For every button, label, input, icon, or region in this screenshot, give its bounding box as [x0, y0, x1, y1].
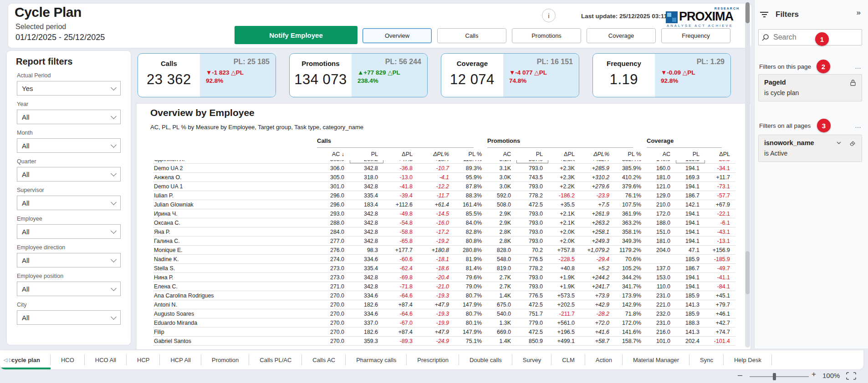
column-header-AC[interactable]: AC [487, 151, 516, 157]
value-cell: 751.7 [516, 309, 548, 318]
notify-employee-button[interactable]: Notify Employee [235, 26, 357, 44]
page-tab-help-desk[interactable]: Help Desk [724, 350, 772, 369]
page-tab-hcp[interactable]: HCP [127, 350, 160, 369]
column-header-PL%[interactable]: PL % [615, 151, 647, 157]
page-tab-calls-pl-ac[interactable]: Calls PL/AC [249, 350, 302, 369]
page-tab-calls-ac[interactable]: Calls AC [302, 350, 346, 369]
nav-button-promotions[interactable]: Promotions [512, 28, 581, 43]
table-row[interactable]: Елена С.271.0342.8-71.8-21.079.0%2.7K793… [153, 282, 735, 291]
table-row[interactable]: Eduardo Miranda270.0337.0-67.0-19.980.1%… [153, 318, 735, 328]
zoom-in-button[interactable]: + [812, 370, 816, 379]
filter-dropdown-employee-position[interactable]: All [17, 282, 121, 296]
zoom-slider-thumb[interactable] [773, 373, 776, 380]
table-row[interactable]: Оксана С.288.0342.8-54.8-16.084.0%2.9K79… [153, 218, 735, 227]
filter-dropdown-employee-direction[interactable]: All [17, 253, 121, 267]
table-row[interactable]: Filip270.0182.6+87.4+47.9147.9%669.0472.… [153, 328, 735, 337]
eraser-icon[interactable] [849, 140, 856, 147]
kpi-card-calls[interactable]: Calls23 362PL: 25 185▼-1 823 △PL92.8% [138, 53, 276, 97]
value-cell: 194.1 [676, 218, 705, 227]
filter-dropdown-employee[interactable]: All [17, 224, 121, 239]
kpi-card-coverage[interactable]: Coverage12 074PL: 16 151▼-4 077 △PL74.8% [441, 53, 579, 97]
filter-dropdown-city[interactable]: All [17, 310, 121, 325]
table-row[interactable]: Gabriel Santos270.0359.3-89.3-24.975.1%1… [153, 337, 735, 346]
filter-card-pageid[interactable]: PageId is cycle plan [758, 74, 862, 101]
nav-button-calls[interactable]: Calls [437, 28, 506, 43]
page-tab-cycle-plan[interactable]: cycle plan [1, 350, 51, 369]
column-header-PL[interactable]: ΔPL [383, 151, 418, 157]
table-row[interactable]: Nadine K.274.0334.6-60.6-18.181.9%548.07… [153, 255, 735, 264]
nav-button-overview[interactable]: Overview [363, 28, 432, 43]
table-row[interactable]: Одилжон Л.308.0260.2+47.8+18.4118.4%3.1K… [153, 160, 735, 164]
nav-button-frequency[interactable]: Frequency [661, 28, 730, 43]
value-cell: 743.5 [516, 173, 548, 182]
page-tab-prescription[interactable]: Prescription [407, 350, 459, 369]
filter-card-isnowork[interactable]: isnowork_name is Active [758, 135, 862, 162]
column-header-PL[interactable]: ΔPL [548, 151, 580, 157]
value-cell: 342.8 [350, 273, 383, 282]
value-cell: 194.1 [676, 282, 705, 291]
zoom-slider-track[interactable] [750, 376, 809, 377]
table-row[interactable]: Галина С.277.0342.8-65.8-19.280.8%2.8K79… [153, 237, 735, 246]
table-row[interactable]: Augusto Soares270.0334.6-64.6-19.380.7%5… [153, 309, 735, 318]
main-scrollbar-thumb[interactable] [745, 2, 750, 23]
page-tab-double-calls[interactable]: Double calls [459, 350, 512, 369]
filter-dropdown-year[interactable]: All [17, 110, 121, 124]
column-header-AC[interactable]: AC ↓ [317, 151, 350, 157]
column-header-PL[interactable]: PL [350, 151, 383, 157]
table-row[interactable]: Monique E.276.098.3+177.7+180.8280.8%828… [153, 246, 735, 255]
value-cell: 129.0 [647, 191, 676, 200]
chevron-down-icon[interactable] [836, 140, 842, 146]
page-tab-action[interactable]: Action [585, 350, 623, 369]
table-row[interactable]: Ирина Ч.293.0342.8-49.8-14.585.5%2.9K793… [153, 209, 735, 218]
all-pages-more-options[interactable]: … [855, 122, 862, 129]
table-row[interactable]: Julian Glowniak296.0183.4+112.6+61.4161.… [153, 200, 735, 209]
value-cell: -19.3 [418, 309, 454, 318]
page-tab-promotion[interactable]: Promotion [201, 350, 249, 369]
filter-dropdown-actual-period[interactable]: Yes [17, 81, 121, 96]
table-row[interactable]: Анжела О.305.0318.0-13.0-4.195.9%3.0K743… [153, 173, 735, 182]
nav-button-coverage[interactable]: Coverage [587, 28, 656, 43]
page-tab-hco-all[interactable]: HCO All [85, 350, 127, 369]
table-row[interactable]: Нина Р.273.0342.8-69.8-20.479.6%2.7K793.… [153, 273, 735, 282]
table-row[interactable]: Demo UA 1301.0342.8-41.8-12.287.8%3.0K79… [153, 182, 735, 191]
table-scrollbar-thumb[interactable] [745, 251, 750, 294]
main-scrollbar-track[interactable] [745, 4, 750, 348]
page-tab-material-manager[interactable]: Material Manager [623, 350, 689, 369]
column-header-PL[interactable]: PL [516, 151, 548, 157]
kpi-card-frequency[interactable]: Frequency1.19PL: 1.29▼-0.09 △PL92.8% [592, 53, 731, 97]
page-tab-hcp-all[interactable]: HCP All [160, 350, 201, 369]
page-tab-sync[interactable]: Sync [689, 350, 724, 369]
collapse-pane-icon[interactable]: » [857, 8, 861, 17]
table-row[interactable]: Demo UA 2306.0342.8-36.8-10.789.3%3.1K79… [153, 164, 735, 173]
table-row[interactable]: Iulian P.296.0335.4-39.4-11.788.3%592.07… [153, 191, 735, 200]
filter-dropdown-month[interactable]: All [17, 138, 121, 153]
zoom-out-button[interactable]: – [738, 370, 742, 380]
filter-search-box[interactable] [758, 29, 862, 45]
fit-to-screen-icon[interactable] [846, 372, 856, 380]
info-icon[interactable]: i [542, 9, 556, 22]
column-header-PL%[interactable]: ΔPL% [580, 151, 615, 157]
column-header-PL%[interactable]: ΔPL% [418, 151, 454, 157]
kpi-card-promotions[interactable]: Promotions134 073PL: 56 244▲+77 829 △PL2… [289, 53, 428, 97]
value-cell: +47.8 [383, 160, 418, 164]
filter-dropdown-supervisor[interactable]: All [17, 196, 121, 210]
table-row[interactable]: Stella S.273.0335.4-62.4-18.681.4%819.07… [153, 264, 735, 273]
value-cell: +2.0K [548, 237, 580, 246]
filter-dropdown-quarter[interactable]: All [17, 167, 121, 181]
value-cell: +18.4 [418, 160, 454, 164]
table-row[interactable]: Antoni N.270.0182.6+87.4+47.9147.9%675.0… [153, 300, 735, 309]
value-cell: 110.0 [647, 282, 676, 291]
page-tab-hco[interactable]: HCO [51, 350, 85, 369]
group-spacer [153, 137, 317, 148]
column-header-PL%[interactable]: PL % [454, 151, 487, 157]
this-page-more-options[interactable]: … [855, 63, 862, 70]
column-header-PL[interactable]: PL [676, 151, 705, 157]
page-tab-clm[interactable]: CLM [551, 350, 585, 369]
page-tab-survey[interactable]: Survey [512, 350, 551, 369]
column-header-AC[interactable]: AC [647, 151, 676, 157]
table-row[interactable]: Ana Carolina Rodrigues270.0334.6-64.6-19… [153, 291, 735, 300]
table-row[interactable]: Яна Р.284.0342.8-58.8-17.282.8%2.8K793.0… [153, 227, 735, 237]
value-cell: 160.0 [647, 164, 676, 173]
page-tab-pharmacy-calls[interactable]: Pharmacy calls [346, 350, 407, 369]
column-header-PL[interactable]: ΔPL [705, 151, 735, 157]
